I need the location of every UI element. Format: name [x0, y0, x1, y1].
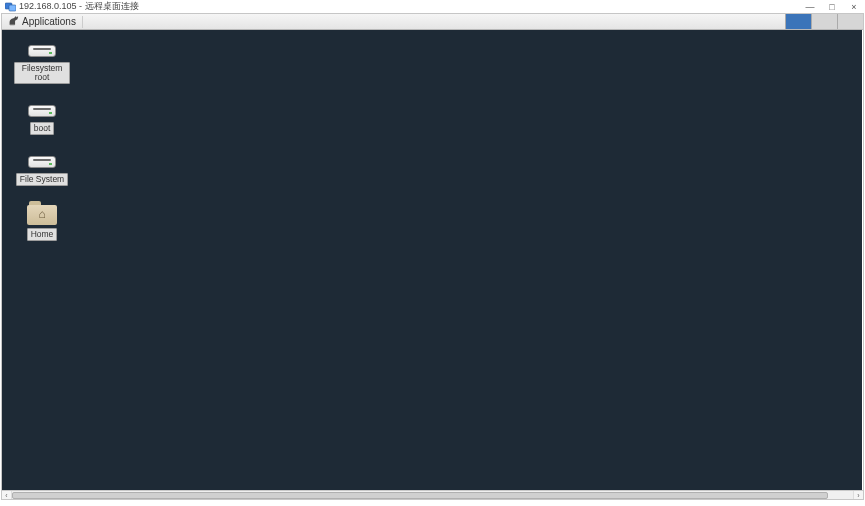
rdp-title-app: 远程桌面连接: [85, 1, 139, 11]
rdp-title: 192.168.0.105 - 远程桌面连接: [19, 0, 139, 13]
desktop-viewport: Filesystem rootbootFile System⌂Home: [2, 30, 863, 490]
desktop-icon-home[interactable]: ⌂Home: [12, 204, 72, 241]
menu-icon: [8, 16, 19, 27]
rdp-title-ip: 192.168.0.105: [19, 1, 77, 11]
svg-rect-2: [10, 24, 15, 25]
desktop-icon-label: Home: [27, 228, 58, 241]
drive-icon: [26, 102, 58, 120]
rdp-icon: [4, 1, 16, 13]
desktop-icon-boot[interactable]: boot: [12, 102, 72, 135]
window-controls: — □ ×: [799, 0, 865, 13]
workspace-2[interactable]: [811, 14, 837, 29]
workspace-switcher: [785, 14, 863, 29]
scroll-thumb[interactable]: [12, 492, 828, 499]
rdp-title-sep: -: [77, 1, 85, 11]
drive-icon: [26, 153, 58, 171]
minimize-button[interactable]: —: [799, 0, 821, 13]
applications-menu-label: Applications: [22, 16, 76, 27]
desktop-icon-label: Filesystem root: [14, 62, 70, 84]
desktop[interactable]: Filesystem rootbootFile System⌂Home: [2, 30, 862, 490]
horizontal-scrollbar[interactable]: ‹ ›: [2, 490, 863, 499]
scroll-right-icon[interactable]: ›: [853, 491, 863, 499]
desktop-icons-area: Filesystem rootbootFile System⌂Home: [12, 42, 72, 241]
xfce-panel: Applications: [2, 14, 863, 30]
workspace-3[interactable]: [837, 14, 863, 29]
rdp-titlebar: 192.168.0.105 - 远程桌面连接 — □ ×: [0, 0, 865, 13]
workspace-1[interactable]: [785, 14, 811, 29]
applications-menu-button[interactable]: Applications: [4, 14, 80, 29]
scroll-track[interactable]: [12, 491, 853, 499]
desktop-icon-fs[interactable]: File System: [12, 153, 72, 186]
panel-separator: [82, 16, 83, 28]
desktop-icon-label: File System: [16, 173, 68, 186]
desktop-icon-fs-root[interactable]: Filesystem root: [12, 42, 72, 84]
maximize-button[interactable]: □: [821, 0, 843, 13]
folder-icon: ⌂: [26, 204, 58, 226]
close-button[interactable]: ×: [843, 0, 865, 13]
scroll-left-icon[interactable]: ‹: [2, 491, 12, 499]
svg-rect-1: [9, 5, 16, 11]
desktop-icon-label: boot: [30, 122, 55, 135]
home-icon: ⌂: [38, 207, 45, 221]
drive-icon: [26, 42, 58, 60]
remote-session-frame: Applications Filesystem rootbootFile Sys…: [1, 13, 864, 500]
